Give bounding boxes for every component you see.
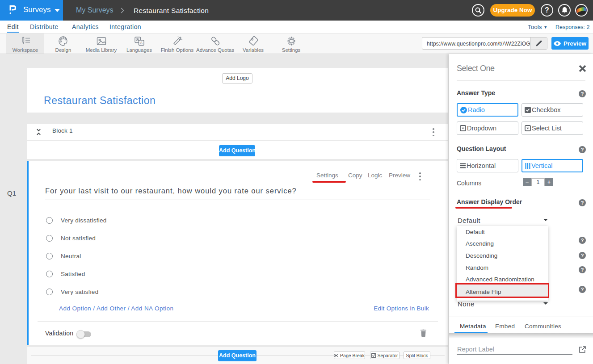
svg-text:A: A bbox=[140, 41, 143, 45]
